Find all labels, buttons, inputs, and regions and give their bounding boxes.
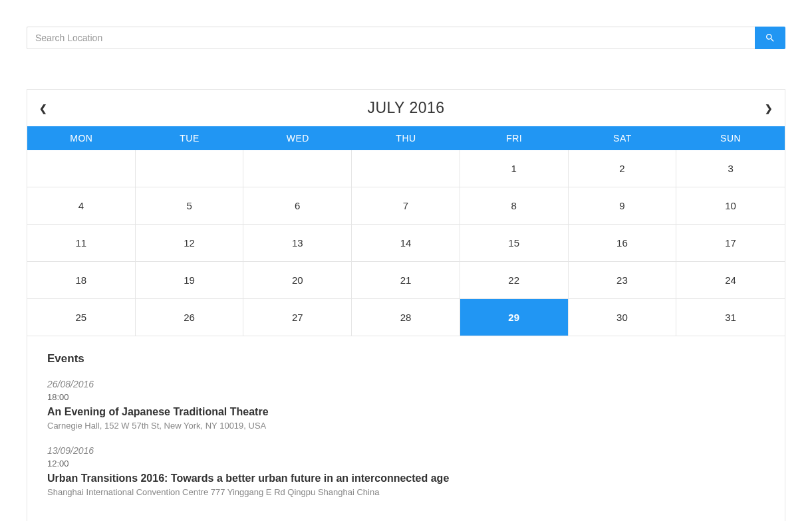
day-cell[interactable]: 17 bbox=[676, 225, 785, 262]
event-location: Shanghai International Convention Centre… bbox=[47, 487, 765, 497]
day-cell[interactable]: 7 bbox=[352, 187, 460, 225]
weekday-label: TUE bbox=[136, 126, 244, 150]
day-cell[interactable]: 2 bbox=[569, 150, 677, 187]
day-cell[interactable]: 26 bbox=[136, 299, 244, 336]
weekday-label: SUN bbox=[676, 126, 785, 150]
search-input[interactable] bbox=[27, 27, 755, 49]
day-cell-empty bbox=[352, 150, 460, 187]
days-grid: 1234567891011121314151617181920212223242… bbox=[27, 150, 785, 336]
day-cell[interactable]: 3 bbox=[676, 150, 785, 187]
calendar-header: ❮ JULY 2016 ❯ bbox=[27, 90, 785, 126]
event-title: Urban Transitions 2016: Towards a better… bbox=[47, 472, 765, 484]
day-cell[interactable]: 27 bbox=[243, 299, 352, 336]
day-cell[interactable]: 24 bbox=[676, 262, 785, 299]
day-cell[interactable]: 11 bbox=[27, 225, 136, 262]
event-time: 18:00 bbox=[47, 392, 765, 402]
weekday-label: WED bbox=[243, 126, 352, 150]
weekday-label: MON bbox=[27, 126, 136, 150]
day-cell[interactable]: 13 bbox=[243, 225, 352, 262]
search-button[interactable] bbox=[755, 27, 785, 49]
day-cell[interactable]: 21 bbox=[352, 262, 460, 299]
day-cell[interactable]: 8 bbox=[460, 187, 569, 225]
day-cell[interactable]: 29 bbox=[460, 299, 569, 336]
events-list: 26/08/201618:00An Evening of Japanese Tr… bbox=[47, 379, 765, 497]
day-cell-empty bbox=[136, 150, 244, 187]
next-month-button[interactable]: ❯ bbox=[765, 103, 773, 114]
events-section: Events 26/08/201618:00An Evening of Japa… bbox=[27, 336, 785, 521]
event-date: 26/08/2016 bbox=[47, 379, 765, 389]
day-cell[interactable]: 4 bbox=[27, 187, 136, 225]
day-cell[interactable]: 20 bbox=[243, 262, 352, 299]
event-item[interactable]: 13/09/201612:00Urban Transitions 2016: T… bbox=[47, 445, 765, 497]
weekday-label: SAT bbox=[569, 126, 677, 150]
event-item[interactable]: 26/08/201618:00An Evening of Japanese Tr… bbox=[47, 379, 765, 431]
day-cell[interactable]: 30 bbox=[569, 299, 677, 336]
prev-month-button[interactable]: ❮ bbox=[39, 103, 47, 114]
day-cell[interactable]: 5 bbox=[136, 187, 244, 225]
day-cell[interactable]: 23 bbox=[569, 262, 677, 299]
day-cell[interactable]: 14 bbox=[352, 225, 460, 262]
day-cell[interactable]: 10 bbox=[676, 187, 785, 225]
day-cell[interactable]: 25 bbox=[27, 299, 136, 336]
weekday-row: MON TUE WED THU FRI SAT SUN bbox=[27, 126, 785, 150]
day-cell[interactable]: 28 bbox=[352, 299, 460, 336]
day-cell[interactable]: 22 bbox=[460, 262, 569, 299]
search-bar bbox=[27, 27, 785, 49]
weekday-label: FRI bbox=[460, 126, 569, 150]
events-heading: Events bbox=[47, 352, 765, 365]
search-icon bbox=[765, 33, 775, 43]
calendar-title: JULY 2016 bbox=[367, 99, 444, 117]
day-cell[interactable]: 12 bbox=[136, 225, 244, 262]
event-time: 12:00 bbox=[47, 459, 765, 469]
day-cell[interactable]: 1 bbox=[460, 150, 569, 187]
day-cell[interactable]: 19 bbox=[136, 262, 244, 299]
day-cell-empty bbox=[27, 150, 136, 187]
day-cell[interactable]: 18 bbox=[27, 262, 136, 299]
day-cell[interactable]: 31 bbox=[676, 299, 785, 336]
event-date: 13/09/2016 bbox=[47, 445, 765, 456]
day-cell[interactable]: 16 bbox=[569, 225, 677, 262]
event-location: Carnegie Hall, 152 W 57th St, New York, … bbox=[47, 421, 765, 431]
weekday-label: THU bbox=[352, 126, 460, 150]
calendar-container: ❮ JULY 2016 ❯ MON TUE WED THU FRI SAT SU… bbox=[27, 89, 785, 521]
day-cell-empty bbox=[243, 150, 352, 187]
event-title: An Evening of Japanese Traditional Theat… bbox=[47, 406, 765, 418]
day-cell[interactable]: 6 bbox=[243, 187, 352, 225]
day-cell[interactable]: 15 bbox=[460, 225, 569, 262]
day-cell[interactable]: 9 bbox=[569, 187, 677, 225]
